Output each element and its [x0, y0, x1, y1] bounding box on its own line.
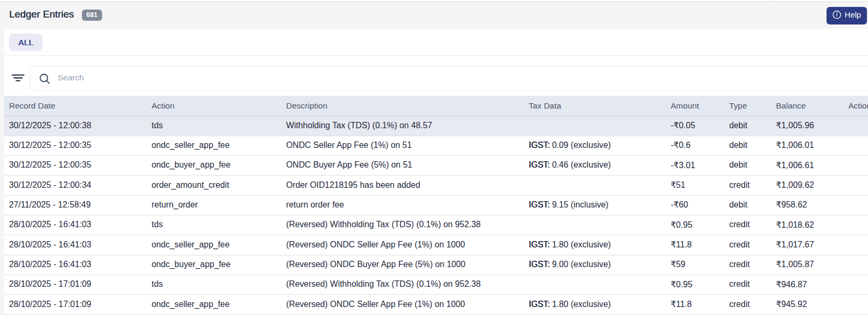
svg-text:i: i — [836, 11, 838, 19]
